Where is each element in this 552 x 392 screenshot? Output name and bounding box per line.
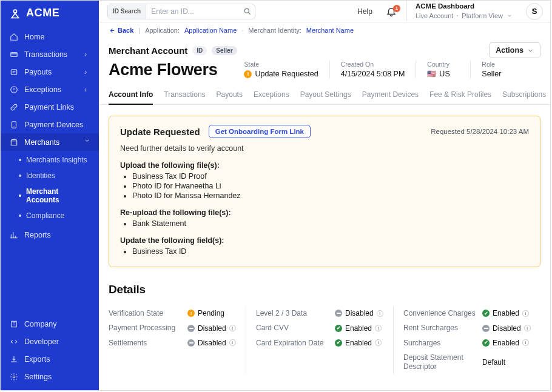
info-icon[interactable] — [522, 310, 529, 317]
sidebar-item-payment-links[interactable]: Payment Links — [1, 98, 99, 116]
svg-point-8 — [244, 8, 249, 13]
chevron-down-icon — [507, 13, 513, 19]
fact-country: Country 🇺🇸US — [416, 61, 470, 78]
status-enabled-icon — [482, 310, 490, 317]
fact-state: State !Update Requested — [233, 61, 329, 78]
sidebar-item-label: Settings — [24, 373, 90, 381]
tab-exceptions[interactable]: Exceptions — [254, 85, 289, 104]
breadcrumb-app-link[interactable]: Application Name — [184, 27, 237, 34]
tab-transactions[interactable]: Transactions — [164, 85, 205, 104]
notice-meta: Requested 5/28/2024 10:23 AM — [431, 128, 529, 135]
info-icon[interactable] — [524, 325, 531, 331]
tab-payouts[interactable]: Payouts — [217, 85, 243, 104]
content: Back | Application: Application Name · M… — [99, 22, 550, 390]
sidebar-sub-label: Identities — [26, 171, 55, 180]
sidebar-sub-label: Compliance — [26, 211, 64, 220]
devices-icon — [9, 120, 18, 129]
notice-update-heading: Update the following field(s) — [120, 236, 221, 245]
sidebar-item-label: Home — [24, 33, 90, 41]
id-pill[interactable]: ID — [192, 46, 207, 55]
bullet-icon — [19, 194, 21, 197]
search-icon[interactable] — [240, 7, 255, 16]
sidebar-sub-compliance[interactable]: Compliance — [1, 208, 99, 224]
sidebar-sub-identities[interactable]: Identities — [1, 168, 99, 184]
back-label: Back — [118, 27, 133, 34]
sidebar-item-label: Developer — [24, 337, 90, 346]
detail-key: Surcharges — [403, 339, 476, 347]
sidebar-item-label: Payouts — [24, 68, 78, 76]
fact-value: 4/15/2024 5:08 PM — [341, 70, 405, 78]
id-search[interactable]: ID Search — [107, 4, 255, 19]
sidebar-item-settings[interactable]: Settings — [1, 368, 99, 385]
payouts-icon — [9, 67, 18, 76]
detail-value: Enabled — [345, 324, 372, 333]
details-section: Details Verification State Pending Payme… — [99, 267, 550, 374]
avatar[interactable]: S — [526, 3, 543, 20]
fact-value: US — [439, 70, 449, 78]
context-account: Live Account — [416, 12, 453, 21]
tab-payment-devices[interactable]: Payment Devices — [362, 85, 419, 104]
breadcrumb-app-label: Application: — [145, 27, 180, 34]
tab-payout-settings[interactable]: Payout Settings — [300, 85, 351, 104]
back-link[interactable]: Back — [109, 27, 133, 34]
fact-key: Role — [482, 61, 514, 68]
notice-update-list: Business Tax ID — [120, 247, 529, 256]
info-icon[interactable] — [229, 339, 236, 346]
settings-icon — [9, 372, 18, 381]
sidebar-item-developer[interactable]: Developer — [1, 333, 99, 350]
sidebar-item-exceptions[interactable]: Exceptions › — [1, 81, 99, 98]
detail-value: Enabled — [493, 339, 519, 347]
status-enabled-icon — [335, 325, 342, 332]
sidebar-item-payouts[interactable]: Payouts › — [1, 63, 99, 81]
detail-value: Enabled — [493, 309, 519, 317]
tab-fee-risk[interactable]: Fee & Risk Profiles — [429, 85, 491, 104]
tab-subscriptions[interactable]: Subscriptions — [502, 85, 546, 104]
sidebar-sub-merchant-accounts[interactable]: Merchant Accounts — [1, 184, 99, 208]
actions-button[interactable]: Actions — [489, 42, 540, 58]
sidebar-item-merchants[interactable]: Merchants › — [1, 133, 99, 151]
sidebar-item-payment-devices[interactable]: Payment Devices — [1, 116, 99, 133]
chevron-down-icon — [527, 47, 534, 54]
detail-key: Level 2 / 3 Data — [256, 309, 329, 317]
list-item: Photo ID for Hwaneetha Li — [132, 182, 529, 190]
breadcrumb-separator-icon: · — [241, 27, 243, 34]
context-switcher[interactable]: ACME Dashboard Live Account Platform Vie… — [406, 0, 521, 22]
detail-level-data: Level 2 / 3 Data Disabled — [256, 306, 383, 321]
details-col-3: Convenience Charges Enabled Rent Surchar… — [393, 306, 540, 374]
sidebar-item-company[interactable]: Company — [1, 315, 99, 333]
sidebar-item-exports[interactable]: Exports — [1, 350, 99, 368]
list-item: Business Tax ID Proof — [132, 172, 529, 181]
bullet-icon — [19, 159, 21, 161]
bullet-icon — [19, 214, 21, 217]
detail-convenience-charges: Convenience Charges Enabled — [403, 306, 531, 321]
sidebar-item-label: Exports — [24, 355, 90, 364]
search-tag: ID Search — [108, 4, 146, 19]
exceptions-icon — [9, 85, 18, 94]
sidebar-merchants-subnav: Merchants Insights Identities Merchant A… — [1, 151, 99, 226]
sidebar-item-reports[interactable]: Reports — [1, 226, 99, 244]
sidebar-item-home[interactable]: Home — [1, 28, 99, 45]
info-icon[interactable] — [375, 325, 382, 331]
detail-key: Card Expiration Date — [256, 339, 329, 347]
sidebar-item-label: Payment Links — [24, 103, 90, 111]
tab-account-info[interactable]: Account Info — [109, 85, 153, 105]
context-view: Platform View — [462, 12, 503, 21]
breadcrumb-mi-link[interactable]: Merchant Name — [306, 27, 354, 34]
search-input[interactable] — [146, 4, 240, 19]
info-icon[interactable] — [377, 310, 383, 317]
brand-logo[interactable]: ACME — [1, 1, 99, 25]
svg-point-7 — [13, 376, 15, 378]
sidebar-item-transactions[interactable]: Transactions › — [1, 45, 99, 63]
get-onboarding-link-button[interactable]: Get Onboarding Form Link — [209, 125, 311, 138]
info-icon[interactable] — [522, 339, 529, 346]
svg-rect-1 — [10, 52, 17, 56]
sidebar-item-label: Transactions — [24, 50, 78, 59]
info-icon[interactable] — [375, 339, 382, 346]
notifications-button[interactable]: 1 — [380, 6, 403, 17]
list-item: Business Tax ID — [132, 247, 529, 256]
breadcrumb: Back | Application: Application Name · M… — [99, 22, 550, 34]
sidebar-sub-merchants-insights[interactable]: Merchants Insights — [1, 152, 99, 168]
detail-deposit-descriptor: Deposit Statement Descriptor Default — [403, 350, 531, 374]
info-icon[interactable] — [229, 325, 236, 331]
help-link[interactable]: Help — [350, 7, 380, 16]
